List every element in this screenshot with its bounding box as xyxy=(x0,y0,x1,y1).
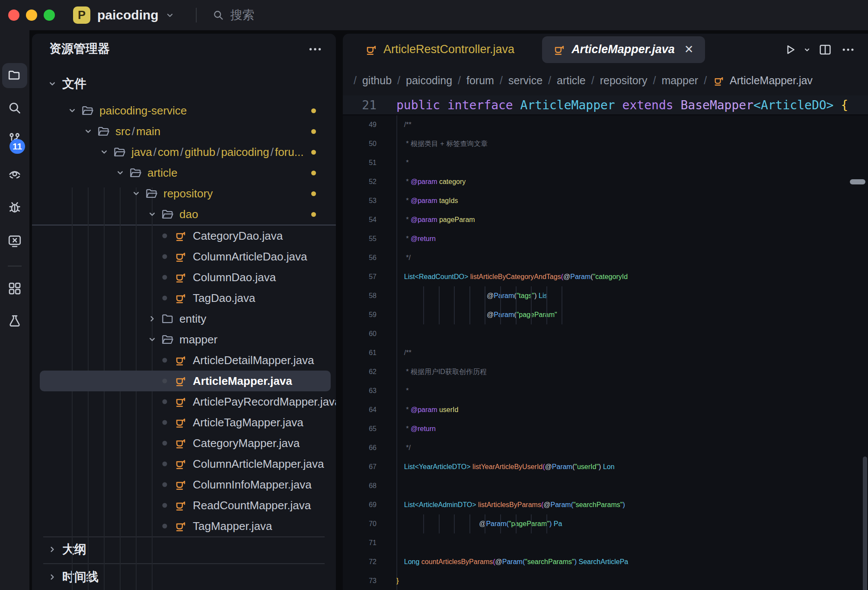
code-line[interactable]: 57 List<ReadCountDO> listArticleByCatego… xyxy=(343,267,868,286)
chevron-right-icon[interactable] xyxy=(147,313,158,324)
section-outline[interactable]: 大纲 xyxy=(32,539,336,560)
tree-item-file[interactable]: ArticleTagMapper.java xyxy=(32,412,336,433)
code-area[interactable]: 49 /**50 * 根据类目 + 标签查询文章51 *52 * @param … xyxy=(343,115,868,590)
tree-item-label: ArticleMapper.java xyxy=(193,374,292,388)
code-line[interactable]: 66 */ xyxy=(343,438,868,457)
explorer-icon[interactable] xyxy=(7,68,22,83)
code-line[interactable]: 72 Long countArticlesByParams(@Param("se… xyxy=(343,552,868,571)
split-editor-icon[interactable] xyxy=(818,43,832,57)
tree-item-file[interactable]: TagDao.java xyxy=(32,288,336,308)
tree-item-file[interactable]: ArticleMapper.java xyxy=(40,371,331,391)
breadcrumb-item[interactable]: mapper xyxy=(661,74,698,87)
code-review-icon[interactable] xyxy=(7,166,22,181)
chevron-down-icon[interactable] xyxy=(131,188,142,199)
code-line[interactable]: 62 * 根据用户ID获取创作历程 xyxy=(343,362,868,381)
tree-item-folder[interactable]: java/com/github/paicoding/foru... xyxy=(32,142,336,162)
folder-open-icon xyxy=(129,167,142,179)
code-line[interactable]: 52 * @param category xyxy=(343,172,868,191)
tree-item-file[interactable]: CategoryMapper.java xyxy=(32,433,336,454)
breadcrumb-item[interactable]: github xyxy=(362,74,392,87)
tree-item-file[interactable]: ArticleDetailMapper.java xyxy=(32,350,336,371)
line-number: 49 xyxy=(343,115,386,134)
code-line[interactable]: 51 * xyxy=(343,153,868,172)
search-view-icon[interactable] xyxy=(7,100,22,116)
code-line[interactable]: 61 /** xyxy=(343,343,868,362)
code-line[interactable]: 64 * @param userId xyxy=(343,400,868,419)
code-line[interactable]: 60 xyxy=(343,324,868,343)
window-close-button[interactable] xyxy=(8,10,19,21)
project-name[interactable]: paicoding xyxy=(97,8,159,22)
sticky-scroll-line[interactable]: 21public interface ArticleMapper extends… xyxy=(343,95,868,115)
code-line[interactable]: 56 */ xyxy=(343,248,868,267)
chevron-down-icon[interactable] xyxy=(99,146,110,158)
tree-item-folder[interactable]: dao xyxy=(32,204,336,225)
code-line[interactable]: 49 /** xyxy=(343,115,868,134)
code-line[interactable]: 53 * @param tagIds xyxy=(343,191,868,210)
chevron-down-icon[interactable] xyxy=(115,167,126,178)
code-line[interactable]: 69 List<ArticleAdminDTO> listArticlesByP… xyxy=(343,495,868,514)
code-line[interactable]: 59 @Param("pageParam" xyxy=(343,305,868,324)
chevron-down-icon[interactable] xyxy=(147,209,158,220)
testing-flask-icon[interactable] xyxy=(7,314,22,329)
tree-item-file[interactable]: CategoryDao.java xyxy=(32,225,336,246)
vertical-scrollbar[interactable] xyxy=(863,457,867,590)
tree-item-file[interactable]: ColumnArticleDao.java xyxy=(32,246,336,267)
code-line[interactable]: 71 xyxy=(343,533,868,552)
chevron-down-icon[interactable] xyxy=(83,126,94,137)
breadcrumb-item[interactable]: paicoding xyxy=(406,74,452,87)
global-search[interactable]: 搜索 xyxy=(212,7,255,23)
chevron-down-icon[interactable] xyxy=(67,105,78,116)
tree-item-file[interactable]: ColumnInfoMapper.java xyxy=(32,474,336,495)
breadcrumb-item[interactable]: repository xyxy=(600,74,648,87)
editor-more-actions-icon[interactable] xyxy=(841,42,855,57)
run-dropdown-chevron-icon[interactable] xyxy=(802,44,812,55)
line-number: 71 xyxy=(343,533,386,552)
code-line[interactable]: 68 xyxy=(343,476,868,495)
tree-item-folder[interactable]: article xyxy=(32,162,336,183)
code-line[interactable]: 67 List<YearArticleDTO> listYearArticleB… xyxy=(343,457,868,476)
section-files[interactable]: 文件 xyxy=(32,73,336,94)
sidebar-more-actions-icon[interactable] xyxy=(307,41,323,57)
tree-item-folder[interactable]: entity xyxy=(32,308,336,329)
folder-closed-icon xyxy=(161,313,174,325)
debug-icon[interactable] xyxy=(7,200,22,215)
tree-item-file[interactable]: ColumnArticleMapper.java xyxy=(32,454,336,474)
tree-item-file[interactable]: ArticlePayRecordMapper.java xyxy=(32,391,336,412)
tree-item-folder[interactable]: paicoding-service xyxy=(32,100,336,121)
close-icon[interactable]: ✕ xyxy=(684,43,694,56)
breadcrumb-file[interactable]: ArticleMapper.jav xyxy=(730,74,813,87)
breadcrumb-item[interactable]: forum xyxy=(466,74,494,87)
code-line[interactable]: 65 * @return xyxy=(343,419,868,438)
code-line-text: @Param("tags") Lis xyxy=(386,286,868,305)
tree-item-folder[interactable]: mapper xyxy=(32,329,336,350)
tree-item-file[interactable]: ColumnDao.java xyxy=(32,267,336,288)
tree-item-folder[interactable]: repository xyxy=(32,183,336,204)
editor-panel: ArticleRestController.javaArticleMapper.… xyxy=(343,34,868,590)
app-window: P paicoding 搜索 xyxy=(0,0,868,590)
breadcrumb-item[interactable]: service xyxy=(508,74,542,87)
code-line[interactable]: 58 @Param("tags") Lis xyxy=(343,286,868,305)
window-zoom-button[interactable] xyxy=(44,10,55,21)
tree-item-file[interactable]: ReadCountMapper.java xyxy=(32,495,336,516)
tab-bar: ArticleRestController.javaArticleMapper.… xyxy=(343,34,868,65)
code-line[interactable]: 54 * @param pageParam xyxy=(343,210,868,229)
code-line[interactable]: 70 @Param("pageParam") Pa xyxy=(343,514,868,533)
chevron-down-icon[interactable] xyxy=(147,334,158,345)
code-line-text: * xyxy=(386,381,868,400)
extensions-icon[interactable] xyxy=(7,281,22,296)
breadcrumb-item[interactable]: article xyxy=(557,74,586,87)
editor-tab[interactable]: ArticleMapper.java✕ xyxy=(542,36,705,63)
tree-item-label: article xyxy=(147,166,177,180)
tree-item-folder[interactable]: src/main xyxy=(32,121,336,142)
code-line[interactable]: 63 * xyxy=(343,381,868,400)
code-line[interactable]: 50 * 根据类目 + 标签查询文章 xyxy=(343,134,868,153)
section-timeline[interactable]: 时间线 xyxy=(32,567,336,587)
chevron-down-icon[interactable] xyxy=(165,10,175,20)
code-line[interactable]: 55 * @return xyxy=(343,229,868,248)
run-button[interactable] xyxy=(783,43,797,57)
code-line[interactable]: 73} xyxy=(343,571,868,590)
tree-item-file[interactable]: TagMapper.java xyxy=(32,516,336,536)
terminal-icon[interactable] xyxy=(7,233,22,249)
editor-tab[interactable]: ArticleRestController.java xyxy=(365,43,514,56)
window-minimize-button[interactable] xyxy=(26,10,37,21)
